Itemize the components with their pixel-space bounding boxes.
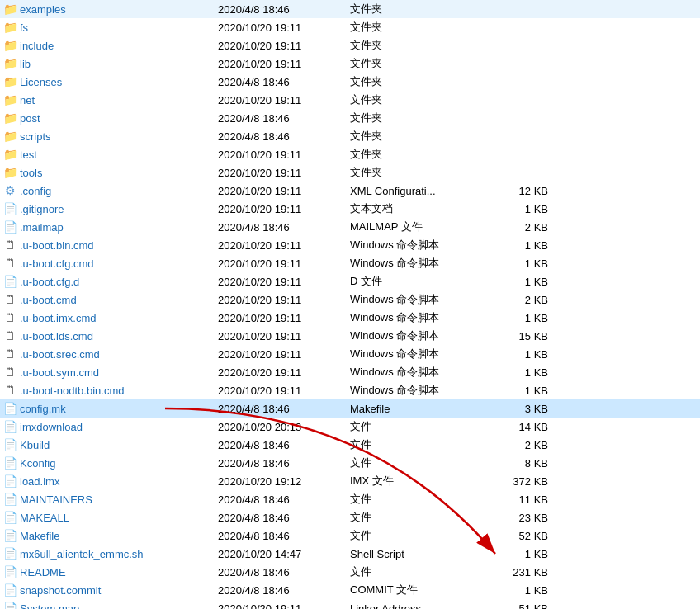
file-name-text: .u-boot.sym.cmd — [20, 366, 99, 379]
table-row[interactable]: 📄 MAKEALL 2020/4/8 18:46 文件 23 KB — [0, 508, 700, 526]
file-name-cell: 🗒 .u-boot.srec.cmd — [3, 347, 218, 361]
table-row[interactable]: 📁 scripts 2020/4/8 18:46 文件夹 — [0, 127, 700, 145]
file-icon: 📁 — [3, 39, 17, 52]
file-name-cell: 📁 scripts — [3, 130, 218, 143]
table-row[interactable]: 📄 load.imx 2020/10/20 19:12 IMX 文件 372 K… — [0, 472, 700, 490]
file-date: 2020/4/8 18:46 — [218, 512, 350, 524]
file-date: 2020/4/8 18:46 — [218, 3, 350, 16]
file-type: 文件 — [350, 456, 482, 470]
file-icon: 📄 — [3, 456, 17, 470]
file-name-text: .u-boot.cmd — [20, 294, 77, 306]
file-icon: 🗒 — [3, 329, 17, 342]
file-name-text: Licenses — [20, 76, 62, 88]
table-row[interactable]: 🗒 .u-boot.lds.cmd 2020/10/20 19:11 Windo… — [0, 327, 700, 345]
file-icon: 📁 — [3, 2, 17, 16]
table-row[interactable]: 📄 imxdownload 2020/10/20 20:13 文件 14 KB — [0, 418, 700, 436]
file-size: 1 KB — [482, 385, 548, 397]
file-icon: 📄 — [3, 438, 17, 451]
table-row[interactable]: ⚙ .config 2020/10/20 19:11 XML Configura… — [0, 182, 700, 200]
file-icon: 📄 — [3, 275, 17, 288]
file-size: 372 KB — [482, 475, 548, 488]
table-row[interactable]: 🗒 .u-boot.sym.cmd 2020/10/20 19:11 Windo… — [0, 363, 700, 381]
file-name-cell: 🗒 .u-boot.bin.cmd — [3, 238, 218, 252]
table-row[interactable]: 📄 System.map 2020/10/20 19:11 Linker Add… — [0, 599, 700, 609]
table-row[interactable]: 🗒 .u-boot.bin.cmd 2020/10/20 19:11 Windo… — [0, 236, 700, 254]
file-name-text: .u-boot.cfg.cmd — [20, 257, 94, 270]
table-row[interactable]: 📄 README 2020/4/8 18:46 文件 231 KB — [0, 563, 700, 581]
table-row[interactable]: 📄 Kbuild 2020/4/8 18:46 文件 2 KB — [0, 436, 700, 454]
table-row[interactable]: 📄 .u-boot.cfg.d 2020/10/20 19:11 D 文件 1 … — [0, 272, 700, 290]
file-name-cell: 📁 examples — [3, 2, 218, 16]
file-type: IMX 文件 — [350, 474, 482, 489]
table-row[interactable]: 📁 lib 2020/10/20 19:11 文件夹 — [0, 54, 700, 73]
file-name-text: .u-boot.imx.cmd — [20, 312, 96, 324]
file-type: COMMIT 文件 — [350, 583, 482, 597]
table-row[interactable]: 🗒 .u-boot.srec.cmd 2020/10/20 19:11 Wind… — [0, 345, 700, 363]
table-row[interactable]: 📄 Makefile 2020/4/8 18:46 文件 52 KB — [0, 526, 700, 545]
file-date: 2020/10/20 19:11 — [218, 257, 350, 270]
table-row[interactable]: 📄 .mailmap 2020/4/8 18:46 MAILMAP 文件 2 K… — [0, 218, 700, 236]
file-name-text: net — [20, 94, 35, 106]
file-name-cell: 📁 post — [3, 111, 218, 125]
table-row[interactable]: 🗒 .u-boot-nodtb.bin.cmd 2020/10/20 19:11… — [0, 381, 700, 399]
file-size: 23 KB — [482, 512, 548, 524]
file-size: 1 KB — [482, 203, 548, 215]
table-row[interactable]: 🗒 .u-boot.imx.cmd 2020/10/20 19:11 Windo… — [0, 309, 700, 327]
file-size: 2 KB — [482, 294, 548, 306]
file-name-cell: 📁 net — [3, 93, 218, 106]
file-icon: 📄 — [3, 202, 17, 215]
file-type: Windows 命令脚本 — [350, 310, 482, 325]
table-row[interactable]: 📄 .gitignore 2020/10/20 19:11 文本文档 1 KB — [0, 200, 700, 218]
file-date: 2020/10/20 19:11 — [218, 40, 350, 52]
file-name-cell: 🗒 .u-boot-nodtb.bin.cmd — [3, 384, 218, 397]
file-name-text: .u-boot.lds.cmd — [20, 330, 93, 342]
table-row[interactable]: 📁 Licenses 2020/4/8 18:46 文件夹 — [0, 73, 700, 91]
file-type: XML Configurati... — [350, 185, 482, 197]
table-row[interactable]: 📁 net 2020/10/20 19:11 文件夹 — [0, 91, 700, 109]
file-date: 2020/4/8 18:46 — [218, 112, 350, 125]
file-name-cell: 📄 Makefile — [3, 529, 218, 542]
file-size: 51 KB — [482, 602, 548, 610]
file-name-cell: 📁 fs — [3, 21, 218, 34]
file-name-cell: 📄 .u-boot.cfg.d — [3, 275, 218, 288]
table-row[interactable]: 📄 snapshot.commit 2020/4/8 18:46 COMMIT … — [0, 581, 700, 599]
file-type: 文件夹 — [350, 92, 482, 107]
file-name-cell: 📄 mx6ull_alientek_emmc.sh — [3, 547, 218, 560]
file-name-text: post — [20, 112, 40, 125]
file-icon: 📄 — [3, 493, 17, 506]
file-icon: 📄 — [3, 547, 17, 560]
file-type: 文件夹 — [350, 20, 482, 35]
table-row[interactable]: 📁 post 2020/4/8 18:46 文件夹 — [0, 109, 700, 127]
file-icon: 📄 — [3, 583, 17, 597]
file-type: Makefile — [350, 403, 482, 415]
file-name-text: Kconfig — [20, 457, 55, 470]
table-row[interactable]: 📁 include 2020/10/20 19:11 文件夹 — [0, 36, 700, 54]
file-name-text: System.map — [20, 602, 79, 610]
table-row[interactable]: 📁 tools 2020/10/20 19:11 文件夹 — [0, 163, 700, 182]
file-type: 文件 — [350, 564, 482, 579]
table-row[interactable]: 📄 config.mk 2020/4/8 18:46 Makefile 3 KB — [0, 399, 700, 418]
table-row[interactable]: 🗒 .u-boot.cmd 2020/10/20 19:11 Windows 命… — [0, 290, 700, 309]
table-row[interactable]: 📁 test 2020/10/20 19:11 文件夹 — [0, 145, 700, 163]
file-date: 2020/10/20 20:13 — [218, 421, 350, 433]
table-row[interactable]: 📁 fs 2020/10/20 19:11 文件夹 — [0, 18, 700, 36]
file-name-text: README — [20, 566, 66, 578]
file-date: 2020/4/8 18:46 — [218, 221, 350, 234]
table-row[interactable]: 🗒 .u-boot.cfg.cmd 2020/10/20 19:11 Windo… — [0, 254, 700, 272]
table-row[interactable]: 📄 Kconfig 2020/4/8 18:46 文件 8 KB — [0, 454, 700, 472]
file-name-cell: 🗒 .u-boot.imx.cmd — [3, 311, 218, 324]
table-row[interactable]: 📄 mx6ull_alientek_emmc.sh 2020/10/20 14:… — [0, 545, 700, 563]
table-row[interactable]: 📄 MAINTAINERS 2020/4/8 18:46 文件 11 KB — [0, 490, 700, 508]
file-icon: 🗒 — [3, 238, 17, 252]
file-type: 文件夹 — [350, 129, 482, 144]
file-size: 1 KB — [482, 584, 548, 597]
file-date: 2020/10/20 19:11 — [218, 276, 350, 288]
file-icon: 📄 — [3, 511, 17, 524]
file-name-cell: 🗒 .u-boot.cfg.cmd — [3, 257, 218, 270]
table-row[interactable]: 📁 examples 2020/4/8 18:46 文件夹 — [0, 0, 700, 18]
file-name-text: snapshot.commit — [20, 584, 101, 597]
file-icon: 📄 — [3, 220, 17, 234]
file-name-cell: 📄 MAINTAINERS — [3, 493, 218, 506]
file-name-cell: 📄 MAKEALL — [3, 511, 218, 524]
file-icon: 📁 — [3, 111, 17, 125]
